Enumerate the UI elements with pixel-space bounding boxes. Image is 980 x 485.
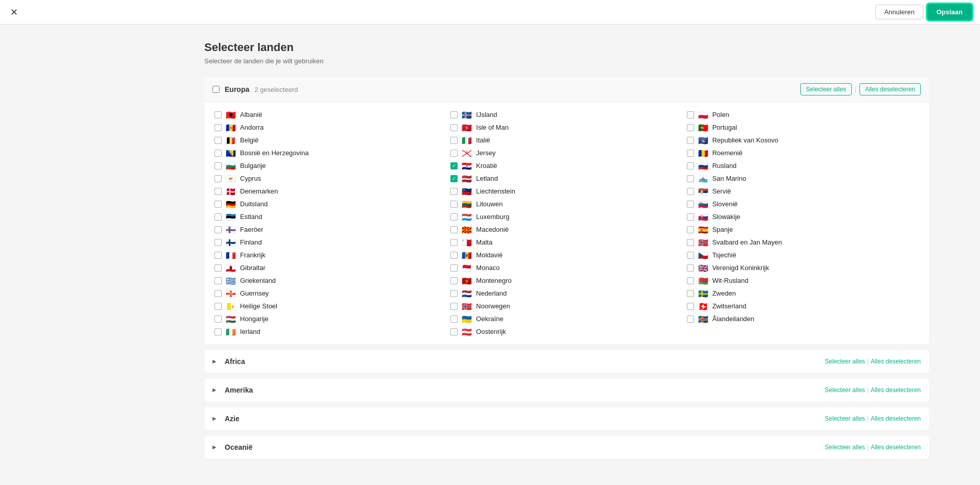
europa-deselect-all[interactable]: Alles deselecteren xyxy=(859,83,921,95)
country-item[interactable]: 🇱🇮 Liechtenstein xyxy=(448,185,684,198)
country-checkbox[interactable] xyxy=(687,277,694,284)
country-item[interactable]: 🇲🇩 Moldavië xyxy=(448,249,684,261)
country-checkbox[interactable] xyxy=(687,303,694,310)
country-checkbox[interactable] xyxy=(214,252,222,259)
country-item[interactable]: 🇲🇪 Montenegro xyxy=(448,274,684,287)
country-checkbox[interactable] xyxy=(214,213,222,221)
country-item[interactable]: 🇸🇪 Zweden xyxy=(685,287,921,300)
country-checkbox[interactable] xyxy=(214,264,222,272)
country-checkbox[interactable] xyxy=(450,124,458,131)
country-item[interactable]: 🇸🇰 Slowakije xyxy=(685,210,921,223)
country-item[interactable]: 🇯🇪 Jersey xyxy=(448,147,684,159)
annuleren-button[interactable]: Annuleren xyxy=(875,5,923,19)
country-item[interactable]: 🇪🇸 Spanje xyxy=(685,223,921,236)
country-checkbox[interactable] xyxy=(450,328,458,335)
europa-select-all[interactable]: Selecteer alles xyxy=(800,83,852,95)
country-checkbox[interactable] xyxy=(687,316,694,323)
country-checkbox[interactable] xyxy=(450,303,458,310)
country-item[interactable]: 🇽🇰 Republiek van Kosovo xyxy=(685,134,921,147)
country-item[interactable]: 🇦🇩 Andorra xyxy=(212,121,448,134)
country-item[interactable]: 🇩🇰 Denemarken xyxy=(212,185,448,198)
country-item[interactable]: 🇧🇦 Bosnië en Herzegovina xyxy=(212,147,448,159)
country-item[interactable]: 🇲🇰 Macedonië xyxy=(448,223,684,236)
country-checkbox[interactable] xyxy=(687,226,694,233)
country-checkbox[interactable] xyxy=(687,188,694,195)
europa-checkbox[interactable] xyxy=(212,86,220,93)
collapsed-select-all[interactable]: Selecteer alles xyxy=(825,444,865,451)
country-checkbox[interactable] xyxy=(687,252,694,259)
country-checkbox[interactable] xyxy=(214,175,222,182)
country-checkbox[interactable] xyxy=(214,150,222,157)
country-checkbox[interactable] xyxy=(687,175,694,182)
country-checkbox[interactable] xyxy=(214,290,222,297)
country-item[interactable]: 🇦🇽 Ålandeilanden xyxy=(685,312,921,325)
country-checkbox[interactable] xyxy=(214,188,222,195)
country-checkbox[interactable] xyxy=(450,239,458,246)
country-item[interactable]: 🇭🇷 Kroatië xyxy=(448,159,684,172)
collapsed-select-all[interactable]: Selecteer alles xyxy=(825,386,865,394)
country-checkbox[interactable] xyxy=(450,150,458,157)
country-item[interactable]: 🇮🇪 Ierland xyxy=(212,325,448,338)
country-checkbox[interactable] xyxy=(450,137,458,144)
country-item[interactable]: 🇷🇸 Servië xyxy=(685,185,921,198)
collapsed-select-all[interactable]: Selecteer alles xyxy=(825,358,865,365)
collapsed-deselect-all[interactable]: Alles deselecteren xyxy=(871,358,921,365)
country-item[interactable]: 🇭🇺 Hongarije xyxy=(212,312,448,325)
country-checkbox[interactable] xyxy=(687,201,694,208)
europa-header[interactable]: Europa 2 geselecteerd Selecteer alles | … xyxy=(204,77,929,102)
country-item[interactable]: 🇲🇹 Malta xyxy=(448,236,684,249)
country-checkbox[interactable] xyxy=(214,162,222,169)
country-checkbox[interactable] xyxy=(450,111,458,118)
country-checkbox[interactable] xyxy=(214,137,222,144)
country-checkbox[interactable] xyxy=(214,303,222,310)
country-checkbox[interactable] xyxy=(450,213,458,221)
country-checkbox[interactable] xyxy=(687,137,694,144)
country-checkbox[interactable] xyxy=(450,277,458,284)
country-item[interactable]: 🇸🇮 Slovenië xyxy=(685,198,921,210)
country-item[interactable]: 🇱🇻 Letland xyxy=(448,172,684,185)
close-button[interactable]: ✕ xyxy=(8,5,20,20)
country-checkbox[interactable] xyxy=(687,150,694,157)
country-checkbox[interactable] xyxy=(214,124,222,131)
country-checkbox[interactable] xyxy=(450,252,458,259)
country-item[interactable]: 🇪🇪 Estland xyxy=(212,210,448,223)
collapsed-region-header[interactable]: Africa Selecteer alles | Alles deselecte… xyxy=(204,350,929,373)
country-checkbox[interactable] xyxy=(687,239,694,246)
country-checkbox[interactable] xyxy=(214,226,222,233)
country-checkbox[interactable] xyxy=(687,264,694,272)
country-checkbox[interactable] xyxy=(214,111,222,118)
country-item[interactable]: 🇲🇨 Monaco xyxy=(448,261,684,274)
country-checkbox[interactable] xyxy=(214,277,222,284)
country-item[interactable]: 🇬🇷 Griekenland xyxy=(212,274,448,287)
country-item[interactable]: 🇩🇪 Duitsland xyxy=(212,198,448,210)
country-item[interactable]: 🇺🇦 Oekraïne xyxy=(448,312,684,325)
country-checkbox[interactable] xyxy=(450,162,458,169)
country-item[interactable]: 🇬🇬 Guernsey xyxy=(212,287,448,300)
country-checkbox[interactable] xyxy=(687,124,694,131)
country-item[interactable]: 🇸🇲 San Marino xyxy=(685,172,921,185)
collapsed-deselect-all[interactable]: Alles deselecteren xyxy=(871,386,921,394)
country-checkbox[interactable] xyxy=(214,328,222,335)
country-checkbox[interactable] xyxy=(214,201,222,208)
country-checkbox[interactable] xyxy=(687,162,694,169)
country-checkbox[interactable] xyxy=(214,239,222,246)
country-item[interactable]: 🇵🇱 Polen xyxy=(685,108,921,121)
country-checkbox[interactable] xyxy=(450,175,458,182)
country-item[interactable]: 🇫🇷 Frankrijk xyxy=(212,249,448,261)
country-item[interactable]: 🇧🇾 Wit-Rusland xyxy=(685,274,921,287)
country-checkbox[interactable] xyxy=(450,226,458,233)
country-checkbox[interactable] xyxy=(214,316,222,323)
country-checkbox[interactable] xyxy=(687,213,694,221)
country-item[interactable]: 🇳🇴 Noorwegen xyxy=(448,300,684,312)
country-item[interactable]: 🇮🇸 IJsland xyxy=(448,108,684,121)
country-item[interactable]: 🇮🇲 Isle of Man xyxy=(448,121,684,134)
country-checkbox[interactable] xyxy=(687,290,694,297)
collapsed-region-header[interactable]: Amerika Selecteer alles | Alles deselect… xyxy=(204,379,929,401)
collapsed-select-all[interactable]: Selecteer alles xyxy=(825,415,865,422)
opslaan-button[interactable]: Opslaan xyxy=(927,4,972,20)
country-item[interactable]: 🇬🇮 Gibraltar xyxy=(212,261,448,274)
country-item[interactable]: 🇫🇮 Finland xyxy=(212,236,448,249)
country-item[interactable]: 🇷🇴 Roemenië xyxy=(685,147,921,159)
country-checkbox[interactable] xyxy=(687,111,694,118)
country-item[interactable]: 🇳🇱 Nederland xyxy=(448,287,684,300)
